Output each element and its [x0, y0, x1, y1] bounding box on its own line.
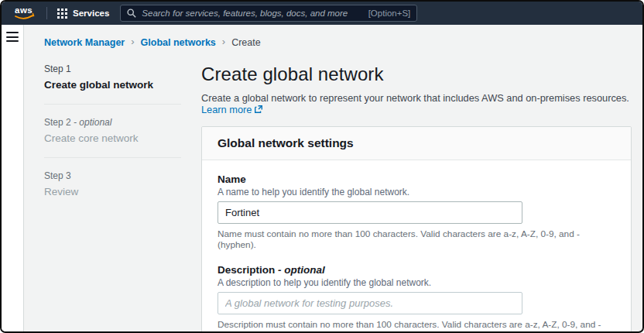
external-link-icon — [254, 105, 263, 114]
panel-title: Global network settings — [202, 127, 631, 160]
side-nav-strip — [2, 25, 24, 331]
name-field-group: Name A name to help you identify the glo… — [218, 173, 615, 250]
main-area: Network Manager › Global networks › Crea… — [24, 25, 642, 331]
description-label: Description - optional — [218, 264, 615, 276]
services-label: Services — [73, 9, 109, 18]
page-description: Create a global network to represent you… — [201, 92, 632, 115]
step-1-title[interactable]: Create global network — [44, 79, 181, 91]
wizard-steps-nav: Step 1 Create global network Step 2 - op… — [44, 64, 181, 331]
aws-logo[interactable]: aws — [13, 5, 36, 21]
step-3-title: Review — [44, 186, 181, 197]
breadcrumb-current: Create — [231, 37, 261, 48]
topbar-divider — [46, 7, 47, 19]
steps-divider — [44, 104, 181, 105]
hamburger-menu-icon[interactable] — [6, 32, 19, 42]
name-label: Name — [218, 173, 615, 185]
name-constraint-text: Name must contain no more than 100 chara… — [218, 228, 615, 250]
content-column: Create global network Create a global ne… — [201, 64, 632, 331]
wizard-step-3: Step 3 Review — [44, 170, 181, 197]
aws-logo-text: aws — [15, 5, 33, 15]
search-shortcut-hint: [Option+S] — [368, 9, 411, 18]
global-network-settings-panel: Global network settings Name A name to h… — [201, 126, 632, 331]
step-1-label: Step 1 — [44, 64, 181, 74]
global-search-input[interactable]: Search for services, features, blogs, do… — [120, 5, 417, 22]
wizard-step-1: Step 1 Create global network — [44, 64, 181, 91]
name-help-text: A name to help you identify the global n… — [218, 187, 615, 197]
description-constraint-text: Description must contain no more than 10… — [218, 319, 615, 331]
page-title: Create global network — [201, 64, 632, 85]
chevron-right-icon: › — [131, 36, 134, 47]
panel-body: Name A name to help you identify the glo… — [202, 160, 631, 331]
step-2-title: Create core network — [44, 132, 181, 144]
app-window: aws Services Search for services, — [0, 0, 644, 333]
breadcrumb: Network Manager › Global networks › Crea… — [44, 25, 632, 48]
chevron-right-icon: › — [222, 36, 225, 47]
step-3-label: Step 3 — [44, 170, 181, 181]
steps-divider — [44, 157, 181, 158]
description-help-text: A description to help you identify the g… — [218, 277, 615, 288]
step-2-label: Step 2 - optional — [44, 117, 181, 128]
grid-icon — [57, 9, 67, 19]
description-field-group: Description - optional A description to … — [218, 264, 615, 331]
services-menu-button[interactable]: Services — [57, 9, 109, 19]
learn-more-link[interactable]: Learn more — [201, 104, 263, 115]
topbar: aws Services Search for services, — [2, 2, 642, 25]
description-input[interactable] — [218, 292, 522, 314]
name-input[interactable] — [218, 201, 522, 224]
breadcrumb-link-network-manager[interactable]: Network Manager — [44, 37, 125, 48]
search-placeholder: Search for services, features, blogs, do… — [142, 9, 362, 18]
search-icon — [127, 9, 136, 18]
wizard-step-2: Step 2 - optional Create core network — [44, 117, 181, 144]
breadcrumb-link-global-networks[interactable]: Global networks — [141, 37, 216, 48]
